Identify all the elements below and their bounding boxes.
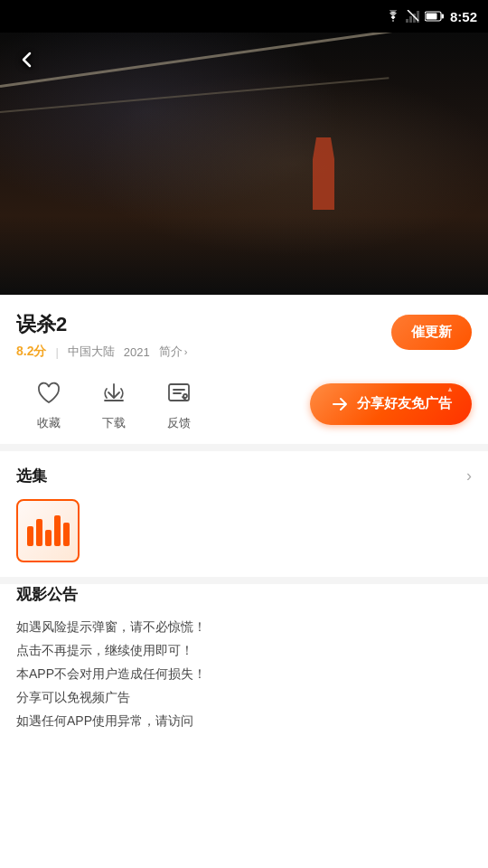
svg-rect-6 bbox=[441, 14, 444, 19]
feedback-label: 反馈 bbox=[167, 415, 191, 431]
bar-3 bbox=[45, 530, 52, 546]
svg-rect-0 bbox=[406, 19, 408, 23]
episode-thumbnail[interactable] bbox=[16, 499, 80, 562]
episode-section: 选集 › bbox=[0, 451, 488, 577]
status-time: 8:52 bbox=[450, 9, 477, 24]
bar-4 bbox=[54, 515, 61, 546]
episode-section-title: 选集 bbox=[16, 466, 47, 486]
update-button[interactable]: 催更新 bbox=[391, 315, 472, 350]
meta-divider1: | bbox=[55, 345, 58, 359]
status-icons bbox=[385, 10, 445, 23]
section-divider-2 bbox=[0, 577, 488, 584]
heart-icon-wrap bbox=[32, 376, 66, 410]
notice-text: 如遇风险提示弹窗，请不必惊慌！ 点击不再提示，继续使用即可！ 本APP不会对用户… bbox=[16, 616, 472, 732]
heart-icon bbox=[36, 382, 61, 405]
svg-point-9 bbox=[183, 394, 187, 398]
movie-country: 中国大陆 bbox=[68, 344, 115, 360]
share-arrow-icon bbox=[331, 395, 349, 413]
action-bar: 收藏 下载 bbox=[0, 371, 488, 444]
download-icon-wrap bbox=[97, 376, 131, 410]
video-container[interactable] bbox=[0, 33, 488, 295]
movie-info: 误杀2 8.2分 | 中国大陆 2021 简介 › 催更新 bbox=[0, 295, 488, 371]
back-icon bbox=[17, 50, 37, 70]
episode-more-icon[interactable]: › bbox=[466, 467, 472, 486]
bars-icon bbox=[27, 515, 70, 546]
share-ad-label: 分享好友免广告 bbox=[357, 395, 452, 412]
bar-2 bbox=[36, 519, 42, 546]
episode-section-header: 选集 › bbox=[16, 466, 472, 486]
feedback-action[interactable]: 反馈 bbox=[146, 376, 211, 431]
content-area: 误杀2 8.2分 | 中国大陆 2021 简介 › 催更新 收藏 bbox=[0, 295, 488, 750]
movie-title: 误杀2 bbox=[16, 311, 187, 338]
bar-1 bbox=[27, 526, 33, 546]
notice-section: 观影公告 如遇风险提示弹窗，请不必惊慌！ 点击不再提示，继续使用即可！ 本APP… bbox=[0, 584, 488, 750]
movie-year: 2021 bbox=[124, 345, 150, 359]
movie-rating: 8.2分 bbox=[16, 344, 46, 360]
feedback-icon bbox=[166, 381, 192, 406]
intro-link[interactable]: 简介 › bbox=[159, 344, 188, 360]
battery-icon bbox=[425, 11, 445, 22]
svg-rect-7 bbox=[426, 14, 436, 20]
feedback-icon-wrap bbox=[162, 376, 196, 410]
signal-icon bbox=[406, 10, 420, 23]
bar-5 bbox=[63, 523, 70, 546]
section-divider-1 bbox=[0, 444, 488, 451]
movie-meta: 8.2分 | 中国大陆 2021 简介 › bbox=[16, 344, 187, 360]
chevron-right-icon: › bbox=[184, 346, 188, 357]
back-button[interactable] bbox=[11, 43, 43, 76]
video-thumbnail bbox=[0, 33, 488, 295]
video-scene bbox=[0, 33, 488, 295]
notice-title: 观影公告 bbox=[16, 584, 472, 605]
collect-label: 收藏 bbox=[37, 415, 61, 431]
download-icon bbox=[101, 381, 127, 406]
status-bar: 8:52 bbox=[0, 0, 488, 33]
share-ad-button[interactable]: 分享好友免广告 bbox=[310, 383, 472, 425]
svg-rect-1 bbox=[409, 16, 412, 23]
share-icon bbox=[330, 394, 350, 414]
download-action[interactable]: 下载 bbox=[81, 376, 146, 431]
download-label: 下载 bbox=[102, 415, 126, 431]
wifi-icon bbox=[385, 10, 401, 23]
collect-action[interactable]: 收藏 bbox=[16, 376, 81, 431]
movie-title-section: 误杀2 8.2分 | 中国大陆 2021 简介 › bbox=[16, 311, 187, 360]
